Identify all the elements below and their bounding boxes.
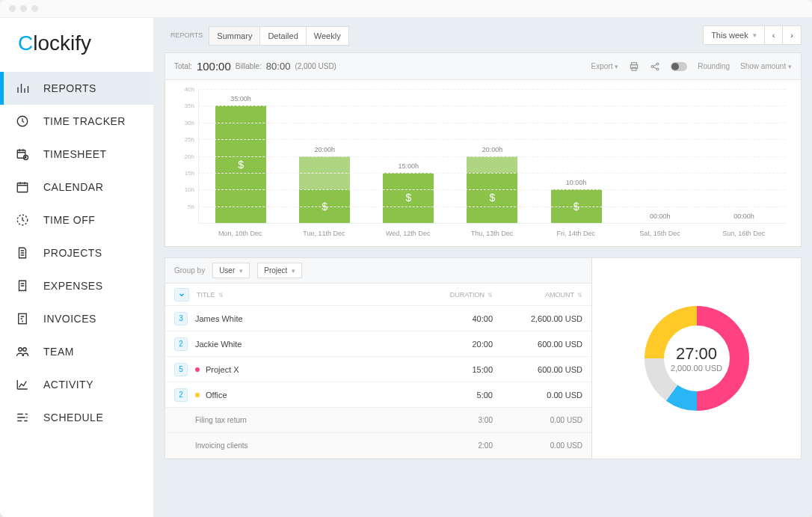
clock-dash-icon	[15, 212, 30, 227]
table-header-row: TITLE⇅ DURATION⇅ AMOUNT⇅	[165, 284, 591, 306]
row-title: James White	[195, 314, 410, 323]
next-range-button[interactable]: ›	[783, 25, 802, 45]
svg-point-6	[19, 348, 22, 352]
export-button[interactable]: Export ▾	[591, 62, 619, 70]
sidebar: Clockify REPORTSTIME TRACKERTIMESHEETCAL…	[0, 18, 154, 517]
chevron-down-icon: ▾	[753, 31, 757, 39]
sidebar-item-projects[interactable]: PROJECTS	[0, 236, 153, 269]
sidebar-item-label: INVOICES	[43, 313, 96, 325]
sidebar-item-invoices[interactable]: INVOICES	[0, 302, 153, 335]
tab-detailed[interactable]: Detailed	[260, 26, 306, 46]
row-duration: 3:00	[410, 416, 493, 424]
col-title[interactable]: TITLE	[197, 291, 215, 299]
file-icon	[15, 245, 30, 260]
chart-header: Total: 100:00 Billable: 80:00 (2,000 USD…	[165, 53, 801, 80]
row-title: Project X	[206, 365, 410, 374]
row-duration: 2:00	[410, 441, 493, 450]
row-amount: 0.00 USD	[493, 441, 582, 450]
receipt-icon	[15, 278, 30, 293]
bar-total-label: 00:00h	[733, 212, 754, 220]
project-color-dot	[195, 367, 200, 372]
sidebar-item-expenses[interactable]: EXPENSES	[0, 269, 153, 302]
project-color-dot	[195, 393, 200, 397]
billable-value: 80:00	[266, 61, 291, 72]
sidebar-item-label: ACTIVITY	[43, 379, 93, 391]
clock-icon	[15, 114, 30, 129]
donut-card: 27:00 2,000.00 USD	[592, 257, 802, 459]
donut-center: 27:00 2,000.00 USD	[671, 344, 722, 373]
sidebar-item-label: EXPENSES	[43, 280, 102, 292]
table-row[interactable]: 2Jackie White20:00600.00 USD	[165, 331, 591, 357]
users-icon	[15, 344, 30, 359]
count-badge: 3	[174, 312, 188, 325]
sidebar-item-activity[interactable]: ACTIVITY	[0, 368, 153, 401]
sidebar-item-label: TIMESHEET	[43, 148, 107, 160]
billable-label: Billable:	[236, 62, 262, 70]
sidebar-item-timesheet[interactable]: TIMESHEET	[0, 138, 153, 171]
table-row[interactable]: Filing tax return3:000.00 USD	[165, 408, 591, 433]
share-icon[interactable]	[650, 61, 660, 72]
bar-chart-icon	[15, 81, 30, 96]
date-range-button[interactable]: This week▾	[703, 25, 765, 45]
group-by-label: Group by	[174, 266, 205, 275]
bar-billable[interactable]: $	[467, 173, 517, 223]
row-amount: 2,600.00 USD	[493, 314, 582, 323]
main-area: REPORTS SummaryDetailedWeekly This week▾…	[154, 18, 812, 517]
sidebar-item-label: TIME OFF	[43, 214, 95, 226]
svg-point-7	[23, 348, 27, 352]
print-icon[interactable]	[629, 61, 639, 72]
traffic-light-max[interactable]	[31, 5, 38, 12]
activity-icon	[15, 377, 30, 392]
bar-billable[interactable]: $	[383, 173, 434, 223]
bar-total-label: 20:00h	[482, 146, 503, 153]
brand-logo: Clockify	[0, 18, 153, 72]
topbar: REPORTS SummaryDetailedWeekly This week▾…	[154, 18, 812, 52]
group-by-primary[interactable]: User▾	[212, 263, 250, 278]
traffic-light-close[interactable]	[9, 5, 16, 12]
sidebar-item-time-off[interactable]: TIME OFF	[0, 204, 153, 236]
svg-rect-3	[17, 183, 28, 192]
schedule-icon	[15, 410, 30, 425]
sidebar-item-label: REPORTS	[43, 82, 96, 94]
col-amount[interactable]: AMOUNT	[545, 291, 574, 299]
table-row[interactable]: 5Project X15:00600.00 USD	[165, 357, 591, 382]
col-duration[interactable]: DURATION	[450, 291, 485, 299]
invoice-icon	[15, 311, 30, 326]
bar-nonbillable[interactable]	[467, 156, 517, 173]
table-row[interactable]: 3James White40:002,600.00 USD	[165, 306, 591, 331]
table-row[interactable]: 2Office5:000.00 USD	[165, 382, 591, 408]
collapse-all-button[interactable]	[174, 288, 189, 302]
tab-weekly[interactable]: Weekly	[307, 26, 349, 46]
traffic-light-min[interactable]	[20, 5, 27, 12]
sidebar-item-label: TIME TRACKER	[43, 115, 126, 127]
sidebar-item-calendar[interactable]: CALENDAR	[0, 171, 153, 204]
bar-total-label: 10:00h	[566, 179, 587, 186]
bar-total-label: 35:00h	[230, 95, 251, 103]
sidebar-item-time-tracker[interactable]: TIME TRACKER	[0, 105, 153, 138]
group-by-secondary[interactable]: Project▾	[257, 263, 302, 278]
tab-summary[interactable]: Summary	[209, 26, 260, 46]
total-label: Total:	[174, 62, 192, 70]
prev-range-button[interactable]: ‹	[765, 25, 784, 45]
sidebar-item-schedule[interactable]: SCHEDULE	[0, 401, 153, 434]
sidebar-item-reports[interactable]: REPORTS	[0, 72, 153, 105]
x-axis-label: Sun, 16th Dec	[702, 224, 786, 243]
sidebar-item-label: SCHEDULE	[43, 412, 103, 423]
table-row[interactable]: Invoicing clients2:000.00 USD	[165, 433, 591, 459]
row-amount: 0.00 USD	[493, 416, 582, 424]
bar-total-label: 00:00h	[650, 212, 671, 220]
reports-label: REPORTS	[164, 31, 209, 39]
chart-body: 35:00h$20:00h$15:00h$20:00h$10:00h$00:00…	[165, 80, 801, 246]
bar-billable[interactable]: $	[215, 105, 266, 223]
rounding-toggle[interactable]	[671, 62, 687, 71]
total-value: 100:00	[197, 60, 231, 73]
show-amount-button[interactable]: Show amount ▾	[740, 62, 792, 70]
row-amount: 600.00 USD	[493, 340, 582, 349]
count-badge: 5	[174, 363, 188, 376]
table-card: Group by User▾ Project▾ TITLE⇅ DURATION⇅…	[164, 257, 592, 459]
sidebar-item-team[interactable]: TEAM	[0, 335, 153, 368]
sidebar-item-label: PROJECTS	[43, 247, 102, 259]
count-badge: 2	[174, 388, 188, 402]
window-titlebar	[0, 0, 812, 18]
row-amount: 600.00 USD	[493, 365, 582, 374]
